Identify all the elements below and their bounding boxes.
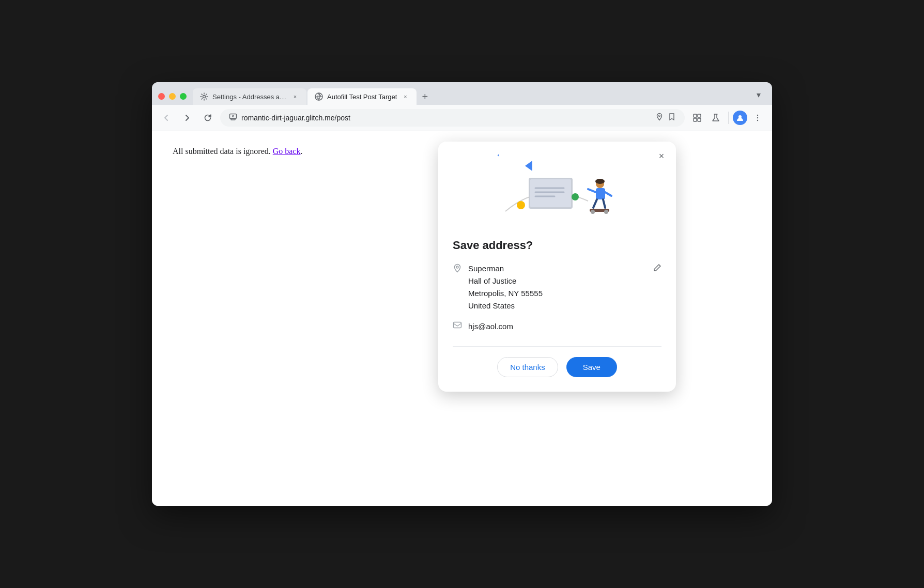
back-button[interactable]: [158, 110, 175, 126]
address-line3: United States: [468, 300, 646, 312]
svg-point-20: [517, 201, 525, 209]
popup-close-button[interactable]: ×: [653, 148, 670, 164]
email-icon: [453, 320, 462, 332]
svg-point-32: [456, 266, 458, 268]
svg-point-10: [757, 115, 758, 116]
svg-rect-8: [698, 118, 701, 121]
email-text: hjs@aol.com: [468, 322, 513, 331]
settings-tab-icon: [200, 92, 208, 101]
popup-header: ×: [438, 142, 676, 235]
svg-rect-14: [530, 179, 571, 207]
address-line1: Hall of Justice: [468, 275, 646, 287]
address-bar[interactable]: romantic-dirt-jaguar.glitch.me/post: [220, 109, 685, 127]
popup-divider: [453, 346, 661, 347]
page-content: All submitted data is ignored. Go back.: [152, 131, 772, 506]
minimize-window-button[interactable]: [169, 93, 176, 100]
refresh-button[interactable]: [199, 110, 216, 126]
extensions-button[interactable]: [689, 110, 705, 126]
lab-button[interactable]: [707, 110, 724, 126]
tab-settings[interactable]: Settings - Addresses and mo ×: [193, 88, 306, 105]
svg-rect-33: [454, 322, 461, 328]
traffic-lights: [158, 93, 187, 105]
address-line2: Metropolis, NY 55555: [468, 287, 646, 300]
nav-bar: romantic-dirt-jaguar.glitch.me/post: [152, 105, 772, 131]
profile-button[interactable]: [733, 111, 747, 125]
new-tab-button[interactable]: +: [418, 89, 432, 104]
tab-settings-title: Settings - Addresses and mo: [212, 93, 287, 101]
svg-point-31: [595, 179, 605, 184]
address-name: Superman: [468, 262, 646, 275]
nav-divider: [728, 112, 729, 124]
nav-right-icons: [689, 110, 766, 126]
no-thanks-button[interactable]: No thanks: [497, 357, 558, 377]
popup-title: Save address?: [453, 239, 661, 252]
tab-autofill-title: Autofill Test Post Target: [327, 93, 397, 101]
tab-right-controls: ▾: [751, 87, 766, 105]
title-bar: Settings - Addresses and mo × Autofill T…: [152, 82, 772, 105]
svg-line-27: [603, 199, 605, 208]
edit-address-button[interactable]: [652, 264, 661, 275]
email-row: hjs@aol.com: [453, 320, 661, 332]
location-icon[interactable]: [655, 113, 664, 123]
svg-point-29: [591, 210, 595, 214]
forward-button[interactable]: [179, 110, 195, 126]
popup-actions: No thanks Save: [453, 357, 661, 377]
svg-line-24: [588, 189, 596, 192]
tab-autofill-close[interactable]: ×: [401, 92, 409, 101]
svg-point-30: [604, 210, 608, 214]
address-text: Superman Hall of Justice Metropolis, NY …: [468, 262, 646, 312]
svg-point-3: [233, 115, 234, 117]
bookmark-icon[interactable]: [668, 113, 676, 123]
maximize-window-button[interactable]: [180, 93, 187, 100]
location-pin-icon: [453, 264, 462, 275]
illustration: [490, 149, 624, 227]
svg-point-12: [757, 120, 758, 121]
svg-point-0: [203, 96, 206, 98]
tab-dropdown-button[interactable]: ▾: [751, 87, 766, 102]
browser-window: Settings - Addresses and mo × Autofill T…: [152, 82, 772, 506]
svg-line-26: [593, 199, 597, 208]
svg-point-21: [572, 193, 579, 200]
close-window-button[interactable]: [158, 93, 165, 100]
svg-rect-2: [230, 114, 237, 118]
save-address-popup: × Save address? Superman Hall of Justice…: [438, 142, 676, 392]
svg-point-4: [659, 115, 660, 117]
svg-marker-18: [498, 154, 499, 157]
tab-autofill[interactable]: Autofill Test Post Target ×: [307, 88, 417, 105]
autofill-tab-icon: [315, 92, 323, 101]
more-button[interactable]: [749, 110, 766, 126]
tabs-area: Settings - Addresses and mo × Autofill T…: [193, 88, 749, 105]
svg-point-11: [757, 117, 758, 118]
svg-rect-6: [698, 114, 701, 117]
save-button[interactable]: Save: [566, 357, 617, 377]
svg-rect-7: [694, 118, 697, 121]
address-info-row: Superman Hall of Justice Metropolis, NY …: [453, 262, 661, 312]
svg-line-25: [605, 192, 611, 196]
security-icon: [229, 113, 237, 123]
svg-rect-5: [694, 114, 697, 117]
tab-settings-close[interactable]: ×: [291, 92, 299, 101]
svg-marker-19: [525, 161, 532, 171]
go-back-link[interactable]: Go back: [273, 147, 301, 156]
popup-body: Save address? Superman Hall of Justice M…: [438, 235, 676, 392]
url-text: romantic-dirt-jaguar.glitch.me/post: [241, 114, 651, 122]
svg-rect-23: [596, 188, 605, 199]
